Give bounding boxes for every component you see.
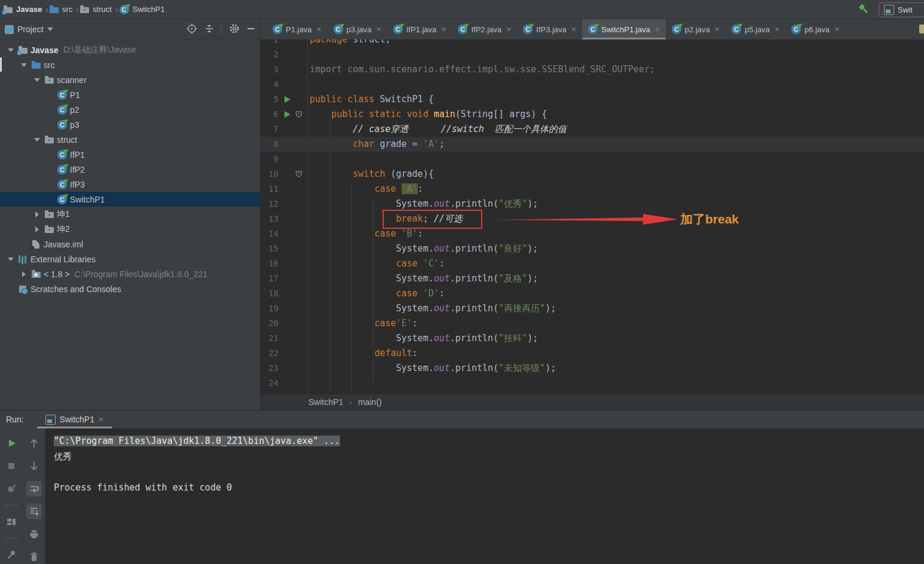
code-line-20[interactable]: 20 case'E':	[261, 316, 924, 331]
tab-bar-end-icon[interactable]	[919, 24, 924, 33]
editor-tab-p6.java[interactable]: p6.java×	[785, 19, 845, 39]
tree-item-scanner[interactable]: scanner	[0, 72, 260, 87]
code-line-23[interactable]: 23 System.out.println("未知等级");	[261, 361, 924, 376]
chevron-down-icon[interactable]	[31, 78, 43, 82]
tree-item-Javase.iml[interactable]: Javase.iml	[0, 237, 260, 252]
code-line-16[interactable]: 16 case 'C':	[261, 256, 924, 271]
restore-layout-icon[interactable]	[4, 514, 19, 529]
editor-tab-p2.java[interactable]: p2.java×	[666, 19, 726, 39]
chevron-right-icon[interactable]	[31, 226, 43, 232]
tree-item-坤1[interactable]: 坤1	[0, 207, 260, 222]
down-stack-icon[interactable]	[26, 458, 42, 474]
tree-item-IfP1[interactable]: IfP1	[0, 147, 260, 162]
run-tab[interactable]: SwitchP1 ×	[41, 410, 109, 428]
up-stack-icon[interactable]	[26, 436, 42, 451]
code-line-9[interactable]: 9	[261, 152, 924, 167]
code-line-21[interactable]: 21 System.out.println("挂科");	[261, 331, 924, 346]
editor-tab-P1.java[interactable]: P1.java×	[267, 19, 328, 39]
tree-item-IfP2[interactable]: IfP2	[0, 162, 260, 177]
close-icon[interactable]: ×	[715, 24, 720, 34]
editor-tab-p5.java[interactable]: p5.java×	[726, 19, 785, 39]
chevron-right-icon[interactable]	[18, 271, 30, 277]
editor-tab-SwitchP1.java[interactable]: SwitchP1.java×	[582, 19, 666, 39]
editor-tab-IfP2.java[interactable]: IfP2.java×	[452, 19, 517, 39]
code-line-5[interactable]: 5public class SwitchP1 {	[261, 92, 924, 107]
tree-item-< 1.8 >[interactable]: < 1.8 >C:\Program Files\Java\jdk1.8.0_22…	[0, 266, 260, 281]
tree-item-External Libraries[interactable]: External Libraries	[0, 252, 260, 266]
code-line-8[interactable]: 8 char grade = 'A';	[261, 137, 924, 152]
code-line-14[interactable]: 14 case 'B':	[261, 226, 924, 241]
breadcrumb-method[interactable]: main()	[358, 397, 382, 407]
console-line[interactable]: "C:\Program Files\Java\jdk1.8.0_221\bin\…	[54, 433, 924, 449]
pin-icon[interactable]	[4, 547, 19, 562]
code-line-24[interactable]: 24	[261, 376, 924, 391]
code-line-12[interactable]: 12 System.out.println("优秀");	[261, 197, 924, 212]
breadcrumb-item-SwitchP1[interactable]: SwitchP1	[120, 5, 165, 14]
chevron-right-icon[interactable]	[31, 212, 43, 217]
breadcrumb-item-src[interactable]: src	[50, 5, 72, 14]
console-exec-line[interactable]: "C:\Program Files\Java\jdk1.8.0_221\bin\…	[54, 436, 340, 446]
run-panel-header: Run: SwitchP1 ×	[0, 410, 924, 428]
close-icon[interactable]: ×	[571, 24, 576, 34]
code-line-3[interactable]: 3import com.sun.scenario.effect.impl.sw.…	[261, 62, 924, 77]
close-icon[interactable]: ×	[506, 24, 511, 34]
code-line-6[interactable]: 6 public static void main(String[] args)…	[261, 107, 924, 122]
tree-item-struct[interactable]: struct	[0, 132, 260, 147]
code-line-10[interactable]: 10 switch (grade){	[261, 167, 924, 182]
close-icon[interactable]: ×	[316, 24, 321, 34]
code-line-15[interactable]: 15 System.out.println("良好");	[261, 241, 924, 256]
code-line-7[interactable]: 7 // case穿透 //switch 匹配一个具体的值	[261, 122, 924, 137]
code-line-19[interactable]: 19 System.out.println("再接再历");	[261, 301, 924, 316]
chevron-down-icon[interactable]	[31, 138, 43, 142]
hide-panel-icon[interactable]	[247, 24, 255, 35]
collapse-all-icon[interactable]	[204, 24, 214, 35]
soft-wrap-toggle[interactable]	[26, 481, 42, 496]
tree-item-Javase[interactable]: JavaseD:\基础注释\Javase	[0, 42, 260, 57]
close-icon[interactable]: ×	[99, 415, 103, 424]
code-line-1[interactable]: 1package struct;	[261, 39, 924, 47]
project-dropdown-icon[interactable]	[47, 27, 53, 31]
tree-item-IfP3[interactable]: IfP3	[0, 177, 260, 192]
print-icon[interactable]	[26, 526, 42, 542]
tree-item-Scratches and Consoles[interactable]: Scratches and Consoles	[0, 281, 260, 296]
chevron-down-icon[interactable]	[5, 48, 17, 52]
run-configuration-selector[interactable]: Swit	[879, 2, 924, 17]
build-hammer-icon[interactable]	[857, 2, 870, 17]
tree-item-坤2[interactable]: 坤2	[0, 222, 260, 237]
tree-item-SwitchP1[interactable]: SwitchP1	[0, 192, 260, 207]
project-panel-title[interactable]: Project	[17, 24, 44, 34]
locate-file-icon[interactable]	[186, 23, 197, 36]
chevron-down-icon[interactable]	[5, 258, 17, 261]
run-line-icon[interactable]	[279, 107, 306, 122]
breadcrumb-item-struct[interactable]: struct	[80, 5, 112, 14]
breadcrumb-class[interactable]: SwitchP1	[308, 397, 343, 407]
code-editor[interactable]: 1package struct;23import com.sun.scenari…	[261, 39, 924, 394]
clear-trash-icon[interactable]	[26, 549, 42, 564]
tree-item-P1[interactable]: P1	[0, 87, 260, 102]
close-icon[interactable]: ×	[834, 24, 839, 34]
close-icon[interactable]: ×	[441, 24, 446, 34]
rerun-button[interactable]	[4, 436, 19, 451]
code-line-22[interactable]: 22 default:	[261, 346, 924, 361]
code-line-4[interactable]: 4	[261, 77, 924, 92]
chevron-down-icon[interactable]	[18, 63, 30, 67]
breadcrumb-item-Javase[interactable]: Javase	[4, 5, 42, 14]
tree-item-p2[interactable]: p2	[0, 102, 260, 117]
stop-button[interactable]	[4, 458, 19, 474]
close-icon[interactable]: ×	[775, 24, 779, 34]
close-icon[interactable]: ×	[655, 24, 660, 34]
settings-gear-icon[interactable]	[229, 23, 240, 36]
code-line-11[interactable]: 11 case 'A':	[261, 182, 924, 197]
run-line-icon[interactable]	[279, 92, 306, 107]
code-line-2[interactable]: 2	[261, 47, 924, 62]
tree-item-p3[interactable]: p3	[0, 117, 260, 132]
scroll-to-end-toggle[interactable]	[26, 504, 42, 519]
editor-tab-p3.java[interactable]: p3.java×	[328, 19, 387, 39]
tree-item-src[interactable]: src	[0, 57, 260, 72]
close-icon[interactable]: ×	[376, 24, 381, 34]
editor-tab-IfP3.java[interactable]: IfP3.java×	[517, 19, 582, 39]
rerun-failed-icon[interactable]	[4, 481, 19, 496]
code-line-17[interactable]: 17 System.out.println("及格");	[261, 271, 924, 286]
editor-tab-IfP1.java[interactable]: IfP1.java×	[387, 19, 452, 39]
code-line-18[interactable]: 18 case 'D':	[261, 286, 924, 301]
